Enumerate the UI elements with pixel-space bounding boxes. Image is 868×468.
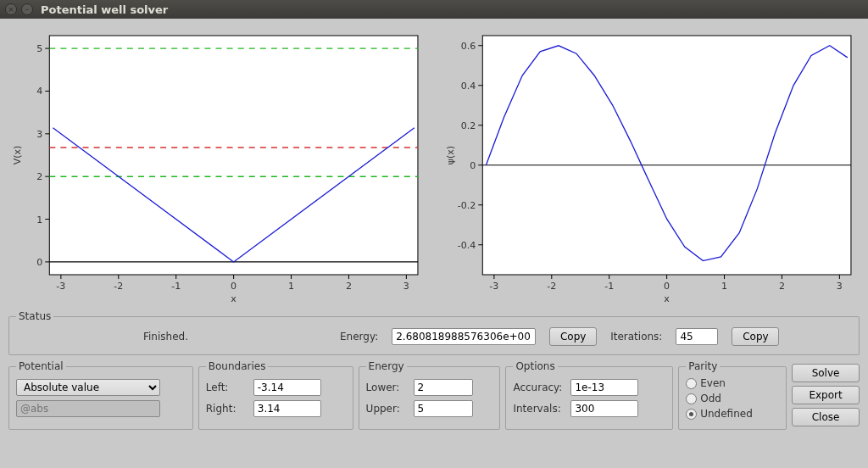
svg-text:2: 2 [346,281,352,292]
potential-chart: -3-2-10123012345xV(x) [8,25,426,305]
boundaries-group: Boundaries Left: Right: [198,360,353,430]
potential-group: Potential Absolute value [8,360,193,430]
window-body: -3-2-10123012345xV(x) -3-2-10123-0.4-0.2… [0,19,868,468]
svg-text:-1: -1 [604,281,614,292]
svg-text:-0.2: -0.2 [458,200,476,211]
status-legend: Status [16,310,53,322]
svg-text:3: 3 [837,281,843,292]
svg-text:0.4: 0.4 [461,81,476,92]
copy-energy-button[interactable]: Copy [549,327,597,346]
close-button[interactable]: Close [792,408,860,426]
iterations-label: Iterations: [610,331,662,343]
svg-rect-0 [49,36,418,275]
minimize-window-icon[interactable]: – [21,3,33,15]
options-legend: Options [513,360,557,372]
intervals-label: Intervals: [513,403,565,415]
svg-text:5: 5 [36,43,42,54]
window-title: Potential well solver [41,3,168,16]
potential-legend: Potential [16,360,66,372]
svg-text:-2: -2 [547,281,556,292]
svg-text:x: x [664,293,670,304]
svg-text:0: 0 [470,160,476,171]
left-boundary-label: Left: [206,382,248,393]
intervals-input[interactable] [570,400,638,417]
accuracy-label: Accuracy: [513,382,565,393]
parity-undefined-radio[interactable]: Undefined [686,406,779,421]
svg-text:2: 2 [779,281,785,292]
options-group: Options Accuracy: Intervals: [505,360,673,430]
parity-group: Parity Even Odd Undefined [678,360,787,430]
svg-text:4: 4 [36,86,42,97]
svg-text:-3: -3 [489,281,498,292]
right-boundary-input[interactable] [253,400,321,417]
potential-select[interactable]: Absolute value [16,379,160,396]
status-group: Status Finished. Energy: Copy Iterations… [8,310,860,355]
titlebar: × – Potential well solver [0,0,868,19]
svg-text:-2: -2 [114,281,123,292]
boundaries-legend: Boundaries [206,360,269,372]
potential-expression-input [16,400,160,417]
close-window-icon[interactable]: × [5,3,17,15]
copy-iterations-button[interactable]: Copy [732,327,779,346]
export-button[interactable]: Export [792,386,860,404]
iterations-output[interactable] [676,328,718,345]
energy-lower-input[interactable] [414,379,473,396]
status-message: Finished. [143,331,211,343]
svg-text:0.6: 0.6 [461,41,476,52]
svg-text:1: 1 [36,214,42,226]
accuracy-input[interactable] [570,379,638,396]
energy-lower-label: Lower: [366,382,409,393]
svg-text:-3: -3 [56,281,65,292]
left-boundary-input[interactable] [253,379,321,396]
parity-legend: Parity [686,360,720,372]
svg-text:2: 2 [36,171,42,182]
energy-group: Energy Lower: Upper: [359,360,501,430]
action-buttons: Solve Export Close [792,360,860,430]
svg-text:3: 3 [403,281,409,292]
svg-text:1: 1 [721,281,727,292]
svg-text:-1: -1 [171,281,181,292]
parity-even-radio[interactable]: Even [686,376,779,391]
energy-upper-label: Upper: [366,403,409,415]
solve-button[interactable]: Solve [792,364,860,382]
svg-text:V(x): V(x) [12,146,23,165]
svg-text:3: 3 [36,129,42,140]
right-boundary-label: Right: [206,403,248,415]
energy-upper-input[interactable] [414,400,473,417]
svg-text:0: 0 [231,281,236,292]
svg-text:x: x [231,293,236,304]
energy-legend: Energy [366,360,407,372]
energy-label: Energy: [340,331,378,343]
svg-text:ψ(x): ψ(x) [445,146,456,164]
svg-text:0: 0 [664,281,670,292]
wavefunction-chart: -3-2-10123-0.4-0.200.20.40.6xψ(x) [442,25,860,305]
svg-text:1: 1 [288,281,294,292]
svg-rect-33 [482,36,851,275]
parity-odd-radio[interactable]: Odd [686,391,779,406]
svg-text:0: 0 [36,257,42,268]
svg-text:0.2: 0.2 [461,120,476,131]
energy-output[interactable] [392,328,536,345]
svg-text:-0.4: -0.4 [458,240,476,251]
